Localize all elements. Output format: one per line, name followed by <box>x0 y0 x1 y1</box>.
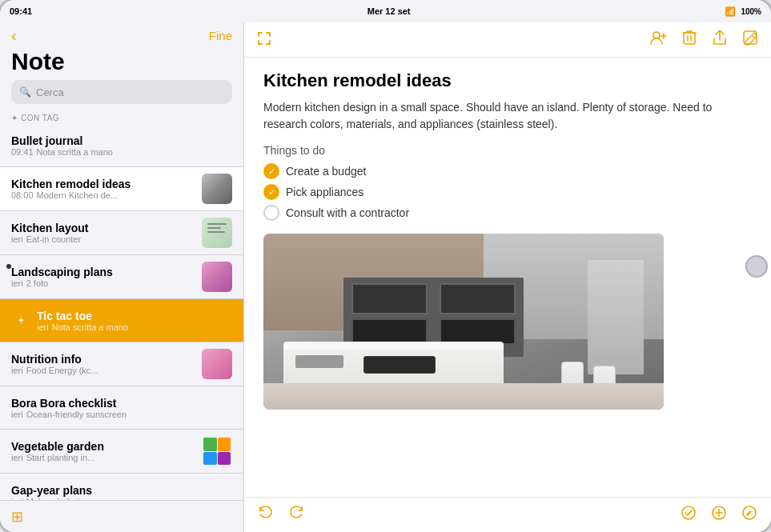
todo-item[interactable]: ✓ Create a budget <box>263 163 752 179</box>
bottom-left-icons <box>257 504 305 526</box>
list-item[interactable]: Nutrition info ieri Food Energy (kc... <box>0 342 243 386</box>
note-item-preview: Eat-in counter <box>26 234 81 244</box>
search-icon: 🔍 <box>19 86 31 98</box>
svg-point-0 <box>653 32 660 38</box>
todo-item[interactable]: Consult with a contractor <box>263 205 752 221</box>
search-placeholder: Cerca <box>36 86 64 98</box>
status-icons: 📶 100% <box>725 6 761 17</box>
note-item-time: 08:00 <box>11 190 34 200</box>
note-item-content: Bullet journal 09:41 Nota scritta a mano <box>11 134 232 157</box>
note-item-preview: Ocean-friendly sunscreen <box>26 410 126 419</box>
list-item[interactable]: Bora Bora checklist ieri Ocean-friendly … <box>0 386 243 430</box>
note-item-content: Kitchen remodel ideas 08:00 Modern Kitch… <box>11 178 195 200</box>
note-item-time: ieri <box>11 234 23 244</box>
ipad-frame: 09:41 Mer 12 set 📶 100% ‹ Fine Note 🔍 Ce… <box>0 0 771 532</box>
todo-list: ✓ Create a budget ✓ Pick appliances Cons… <box>263 163 752 221</box>
note-item-time: ieri <box>11 366 23 375</box>
todo-checkbox-unchecked[interactable] <box>263 205 279 221</box>
list-item[interactable]: ✦ Tic tac toe ieri Nota scritta a mano <box>0 299 243 342</box>
battery-icon: 100% <box>741 7 761 16</box>
list-item[interactable]: Vegetable garden ieri Start planting in.… <box>0 430 243 474</box>
redo-button[interactable] <box>287 504 305 526</box>
note-item-row: ieri Food Energy (kc... <box>11 366 195 375</box>
note-main-title: Kitchen remodel ideas <box>263 70 752 91</box>
todo-item[interactable]: ✓ Pick appliances <box>263 184 752 200</box>
note-item-time: ieri <box>11 278 23 288</box>
note-item-content: Landscaping plans ieri 2 foto <box>11 266 195 288</box>
note-item-content: Kitchen layout ieri Eat-in counter <box>11 222 195 244</box>
edit-button[interactable] <box>742 30 758 50</box>
note-item-time: ieri <box>11 410 23 419</box>
list-item[interactable]: Kitchen remodel ideas 08:00 Modern Kitch… <box>0 167 243 211</box>
con-tag-label: CON TAG <box>21 114 59 122</box>
note-item-content: Tic tac toe ieri Nota scritta a mano <box>37 310 232 332</box>
note-item-row: ieri Eat-in counter <box>11 234 195 244</box>
add-person-button[interactable] <box>649 29 667 50</box>
camera-dot <box>6 264 11 269</box>
note-item-row: ieri Start planting in... <box>11 453 195 462</box>
note-item-title: Kitchen layout <box>11 222 195 234</box>
list-item[interactable]: Bullet journal 09:41 Nota scritta a mano <box>0 124 243 167</box>
list-item[interactable]: Landscaping plans ieri 2 foto <box>0 255 243 299</box>
panel-bottom-bar: ⊞ <box>0 500 243 532</box>
note-item-time: ieri <box>11 453 23 462</box>
con-tag-section: ✦ CON TAG <box>0 110 243 124</box>
done-button[interactable]: Fine <box>209 29 232 42</box>
note-thumbnail <box>202 174 232 204</box>
grid-view-icon[interactable]: ⊞ <box>11 508 23 526</box>
note-item-title: Landscaping plans <box>11 266 195 278</box>
note-item-preview: Modern Kitchen de... <box>37 190 118 200</box>
todo-checkbox-checked[interactable]: ✓ <box>263 184 279 200</box>
notes-title: Note <box>0 46 243 80</box>
wifi-icon: 📶 <box>725 6 736 17</box>
trash-button[interactable] <box>681 29 697 50</box>
note-item-row: ieri Ocean-friendly sunscreen <box>11 410 232 419</box>
note-item-title: Vegetable garden <box>11 440 195 453</box>
note-item-content: Bora Bora checklist ieri Ocean-friendly … <box>11 397 232 419</box>
todo-checkbox-checked[interactable]: ✓ <box>263 163 279 179</box>
note-item-title: Bora Bora checklist <box>11 397 232 410</box>
undo-button[interactable] <box>257 504 275 526</box>
note-item-title: Gap-year plans <box>11 484 232 497</box>
note-item-title: Kitchen remodel ideas <box>11 178 195 190</box>
note-item-row: 09:41 Nota scritta a mano <box>11 147 232 157</box>
kitchen-image <box>263 234 664 410</box>
note-description: Modern kitchen design in a small space. … <box>263 99 752 133</box>
status-date: Mer 12 set <box>367 6 725 16</box>
note-item-title: Nutrition info <box>11 353 195 366</box>
list-item[interactable]: Gap-year plans ieri Make a hole-in-one <box>0 474 243 500</box>
home-button[interactable] <box>745 255 768 278</box>
pen-button[interactable] <box>741 504 758 526</box>
note-item-time: 09:41 <box>11 147 34 157</box>
note-item-preview: Start planting in... <box>26 453 95 462</box>
add-button[interactable] <box>710 504 728 526</box>
back-button[interactable]: ‹ <box>11 27 17 43</box>
svg-point-3 <box>682 506 695 519</box>
search-bar[interactable]: 🔍 Cerca <box>11 80 232 104</box>
note-item-preview: 2 foto <box>26 278 49 288</box>
note-item-title: Bullet journal <box>11 134 232 147</box>
kitchen-img-inner <box>263 234 664 410</box>
note-item-row: ieri 2 foto <box>11 278 195 288</box>
svg-point-5 <box>743 506 756 519</box>
expand-icon[interactable] <box>257 31 271 49</box>
note-item-row: ieri Nota scritta a mano <box>37 322 232 332</box>
todo-text: Pick appliances <box>286 186 363 198</box>
share-button[interactable] <box>712 29 728 50</box>
notes-panel: ‹ Fine Note 🔍 Cerca ✦ CON TAG Bullet jou… <box>0 22 244 532</box>
detail-content: Kitchen remodel ideas Modern kitchen des… <box>244 58 771 497</box>
note-thumbnail <box>202 218 232 248</box>
bottom-right-icons <box>680 504 758 526</box>
list-item[interactable]: Kitchen layout ieri Eat-in counter <box>0 211 243 255</box>
note-item-content: Gap-year plans ieri Make a hole-in-one <box>11 484 232 501</box>
notes-header: ‹ Fine <box>0 22 243 46</box>
detail-bottom-bar <box>244 497 771 532</box>
note-thumbnail <box>202 349 232 379</box>
note-item-content: Vegetable garden ieri Start planting in.… <box>11 440 195 462</box>
note-item-preview: Nota scritta a mano <box>37 147 113 157</box>
tag-filter-icon: ✦ <box>11 114 18 122</box>
status-time: 09:41 <box>10 6 367 16</box>
note-item-preview: Food Energy (kc... <box>26 366 98 375</box>
check-circle-button[interactable] <box>680 504 697 526</box>
note-tag-icon: ✦ <box>11 311 30 330</box>
